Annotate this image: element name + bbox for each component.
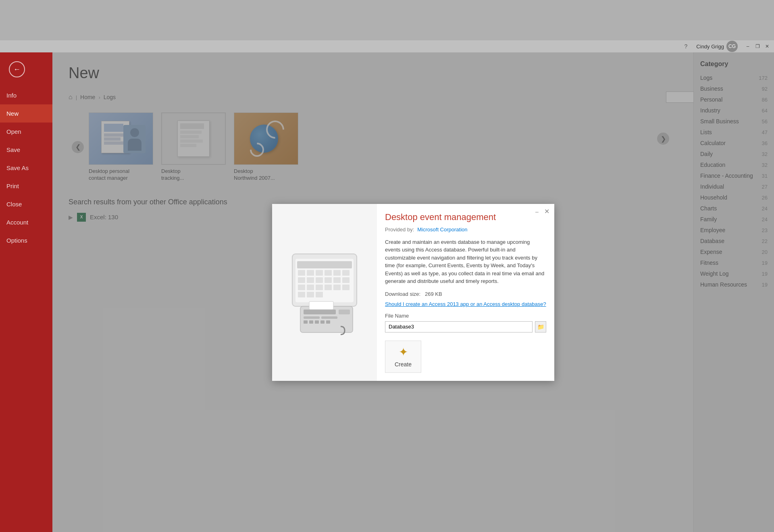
folder-browse-button[interactable]: 📁 [535,321,546,332]
svg-rect-32 [320,320,325,324]
svg-rect-34 [309,301,333,310]
download-size: 269 KB [425,291,442,297]
svg-rect-6 [325,270,332,276]
svg-rect-29 [304,320,308,324]
sidebar-item-new[interactable]: New [0,104,52,123]
filename-row: 📁 [385,321,546,332]
modal-illustration [280,246,369,339]
svg-rect-11 [316,277,323,283]
modal-provider: Provided by: Microsoft Corporation [385,227,546,233]
svg-rect-23 [316,292,323,297]
sidebar-item-close[interactable]: Close [0,195,52,213]
sidebar-item-account[interactable]: Account [0,213,52,231]
minimize-button[interactable]: – [744,43,751,50]
svg-rect-27 [304,316,320,319]
filename-input[interactable] [385,321,533,332]
modal-content-panel: Desktop event management Provided by: Mi… [377,204,554,381]
modal-overlay: ✕ – [52,52,774,532]
modal-image-panel [272,204,377,381]
modal-provider-label: Provided by: [385,227,414,233]
svg-rect-2 [297,261,352,268]
avatar: CG [726,41,738,52]
create-icon: ✦ [399,345,408,359]
sidebar-item-info[interactable]: Info [0,86,52,104]
user-info: Cindy Grigg CG [696,41,738,52]
modal-close-button[interactable]: ✕ [542,207,551,216]
modal-provider-name[interactable]: Microsoft Corporation [417,227,467,233]
modal-dialog: ✕ – [272,204,554,381]
filename-label: File Name [385,313,546,319]
svg-rect-26 [339,310,350,314]
svg-rect-5 [316,270,323,276]
top-bar [0,0,774,40]
svg-rect-16 [307,285,314,290]
svg-rect-28 [321,316,337,319]
svg-rect-22 [307,292,314,297]
svg-rect-18 [325,285,332,290]
svg-rect-21 [298,292,305,297]
svg-rect-15 [298,285,305,290]
svg-rect-31 [315,320,319,324]
sidebar-item-print[interactable]: Print [0,177,52,195]
window-chrome: ? Cindy Grigg CG – ❐ ✕ ← Info New Open S… [0,40,774,532]
main-layout: ← Info New Open Save Save As Print Close… [0,52,774,532]
svg-rect-12 [325,277,332,283]
content-area: New ⌂ | Home › Logs 🔍 ❮ [52,52,774,532]
svg-rect-13 [333,277,341,283]
svg-rect-9 [298,277,305,283]
sidebar-item-options[interactable]: Options [0,231,52,249]
svg-rect-33 [326,320,330,324]
svg-rect-10 [307,277,314,283]
svg-rect-19 [333,285,341,290]
sidebar-item-open[interactable]: Open [0,123,52,141]
svg-rect-17 [316,285,323,290]
sidebar: ← Info New Open Save Save As Print Close… [0,52,52,532]
sidebar-item-save-as[interactable]: Save As [0,159,52,177]
back-button-container: ← [6,58,28,81]
svg-rect-4 [307,270,314,276]
modal-minimize-button[interactable]: – [533,207,541,216]
close-window-button[interactable]: ✕ [764,43,771,50]
svg-rect-20 [342,285,350,290]
svg-rect-8 [342,270,350,276]
svg-rect-14 [342,277,350,283]
svg-rect-30 [309,320,313,324]
title-bar: ? Cindy Grigg CG – ❐ ✕ [0,40,774,52]
download-label: Download size: [385,291,420,297]
create-button[interactable]: ✦ Create [385,341,421,373]
restore-button[interactable]: ❐ [754,43,761,50]
back-button[interactable]: ← [9,61,25,77]
modal-title: Desktop event management [385,212,546,222]
sidebar-item-save[interactable]: Save [0,141,52,159]
svg-rect-3 [298,270,305,276]
svg-rect-25 [304,310,336,314]
modal-access-link[interactable]: Should I create an Access 2013 app or an… [385,301,546,307]
modal-description: Create and maintain an events database t… [385,238,546,285]
create-label: Create [395,361,412,368]
modal-download-info: Download size: 269 KB [385,291,546,297]
help-button[interactable]: ? [685,43,688,50]
user-name: Cindy Grigg [696,44,724,50]
svg-rect-7 [333,270,341,276]
